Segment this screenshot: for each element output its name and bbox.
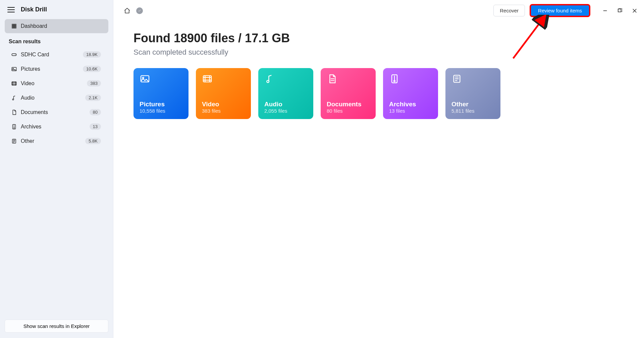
window-maximize-icon[interactable] bbox=[617, 8, 623, 13]
sidebar-item-count: 13 bbox=[90, 123, 101, 130]
video-icon bbox=[202, 73, 213, 84]
video-icon bbox=[11, 80, 17, 87]
audio-icon bbox=[11, 95, 17, 101]
sidebar-item-sdhc[interactable]: SDHC Card 18.9K bbox=[5, 47, 108, 62]
recover-button[interactable]: Recover bbox=[493, 5, 525, 16]
category-title: Other bbox=[451, 101, 494, 108]
category-sub: 383 files bbox=[202, 108, 245, 114]
sidebar-item-documents[interactable]: Documents 80 bbox=[5, 105, 108, 119]
window-minimize-icon[interactable] bbox=[602, 8, 608, 13]
archive-icon bbox=[389, 73, 400, 84]
document-icon bbox=[11, 109, 17, 115]
sidebar-item-archives[interactable]: Archives 13 bbox=[5, 119, 108, 134]
svg-rect-18 bbox=[618, 9, 621, 12]
results-headline: Found 18900 files / 17.1 GB bbox=[133, 31, 624, 45]
category-sub: 10,558 files bbox=[140, 108, 182, 114]
nav-dashboard-label: Dashboard bbox=[21, 23, 47, 29]
status-check-icon bbox=[136, 7, 143, 14]
dashboard-icon bbox=[11, 23, 17, 29]
category-card-audio[interactable]: Audio 2,055 files bbox=[258, 68, 313, 119]
svg-point-23 bbox=[267, 80, 269, 83]
svg-rect-4 bbox=[14, 26, 15, 27]
category-card-other[interactable]: Other 5,811 files bbox=[445, 68, 500, 119]
sidebar-item-pictures[interactable]: Pictures 10.6K bbox=[5, 62, 108, 76]
home-icon[interactable] bbox=[123, 7, 131, 14]
category-card-video[interactable]: Video 383 files bbox=[196, 68, 251, 119]
review-found-items-button[interactable]: Review found items bbox=[530, 5, 590, 16]
svg-rect-9 bbox=[12, 54, 16, 56]
sidebar-item-count: 383 bbox=[87, 80, 101, 87]
sidebar-item-count: 2.1K bbox=[85, 95, 101, 101]
svg-rect-1 bbox=[14, 24, 15, 25]
drive-icon bbox=[11, 52, 17, 58]
svg-point-25 bbox=[394, 80, 395, 82]
svg-rect-5 bbox=[15, 26, 16, 27]
sidebar-item-other[interactable]: Other 5.8K bbox=[5, 134, 108, 148]
archive-icon bbox=[11, 124, 17, 130]
svg-rect-3 bbox=[12, 26, 13, 27]
category-sub: 80 files bbox=[327, 108, 370, 114]
svg-rect-0 bbox=[12, 24, 13, 25]
category-sub: 13 files bbox=[389, 108, 432, 114]
other-icon bbox=[11, 138, 17, 144]
category-title: Archives bbox=[389, 101, 432, 108]
svg-point-16 bbox=[14, 127, 14, 128]
sidebar-item-count: 5.8K bbox=[85, 138, 101, 144]
sidebar-item-label: Audio bbox=[21, 95, 35, 101]
sidebar-item-label: Video bbox=[21, 80, 35, 87]
category-title: Documents bbox=[327, 101, 370, 108]
sidebar-item-count: 80 bbox=[90, 109, 101, 115]
category-title: Video bbox=[202, 101, 245, 108]
sidebar-footer: Show scan results in Explorer bbox=[0, 316, 113, 338]
svg-rect-13 bbox=[12, 81, 16, 85]
sidebar-item-label: Pictures bbox=[21, 66, 40, 72]
svg-point-14 bbox=[12, 99, 14, 100]
sidebar: Disk Drill Dashboard Scan results SDHC C… bbox=[0, 0, 113, 338]
window-close-icon[interactable] bbox=[632, 8, 637, 13]
other-icon bbox=[451, 73, 462, 84]
svg-rect-22 bbox=[203, 76, 211, 82]
category-cards: Pictures 10,558 files Video 383 files Au… bbox=[133, 68, 624, 119]
app-title: Disk Drill bbox=[21, 6, 47, 13]
sidebar-item-video[interactable]: Video 383 bbox=[5, 76, 108, 91]
sidebar-header: Disk Drill bbox=[0, 0, 113, 19]
category-card-documents[interactable]: Documents 80 files bbox=[321, 68, 376, 119]
show-in-explorer-button[interactable]: Show scan results in Explorer bbox=[5, 320, 108, 333]
main: Recover Review found items Found 18900 f… bbox=[113, 0, 644, 338]
results-subhead: Scan completed successfully bbox=[133, 48, 624, 57]
svg-rect-2 bbox=[15, 24, 16, 25]
content: Found 18900 files / 17.1 GB Scan complet… bbox=[113, 21, 644, 129]
picture-icon bbox=[140, 73, 150, 84]
category-title: Pictures bbox=[140, 101, 182, 108]
svg-point-10 bbox=[15, 54, 16, 55]
sidebar-item-audio[interactable]: Audio 2.1K bbox=[5, 91, 108, 105]
sidebar-item-count: 10.6K bbox=[83, 66, 101, 72]
svg-rect-6 bbox=[12, 27, 13, 28]
category-sub: 2,055 files bbox=[264, 108, 307, 114]
svg-rect-7 bbox=[14, 27, 15, 28]
category-card-archives[interactable]: Archives 13 files bbox=[383, 68, 438, 119]
sidebar-item-label: SDHC Card bbox=[21, 52, 49, 58]
audio-icon bbox=[264, 73, 275, 84]
sidebar-item-label: Archives bbox=[21, 124, 41, 130]
document-icon bbox=[327, 73, 337, 84]
topbar: Recover Review found items bbox=[113, 0, 644, 21]
picture-icon bbox=[11, 66, 17, 72]
window-controls bbox=[602, 8, 637, 13]
category-title: Audio bbox=[264, 101, 307, 108]
category-sub: 5,811 files bbox=[451, 108, 494, 114]
sidebar-item-label: Documents bbox=[21, 109, 48, 115]
sidebar-item-count: 18.9K bbox=[83, 51, 101, 58]
nav-dashboard[interactable]: Dashboard bbox=[5, 19, 108, 33]
sidebar-item-label: Other bbox=[21, 138, 34, 144]
sidebar-section-heading: Scan results bbox=[0, 33, 113, 47]
category-card-pictures[interactable]: Pictures 10,558 files bbox=[133, 68, 189, 119]
menu-icon[interactable] bbox=[7, 7, 15, 12]
svg-rect-8 bbox=[15, 27, 16, 28]
